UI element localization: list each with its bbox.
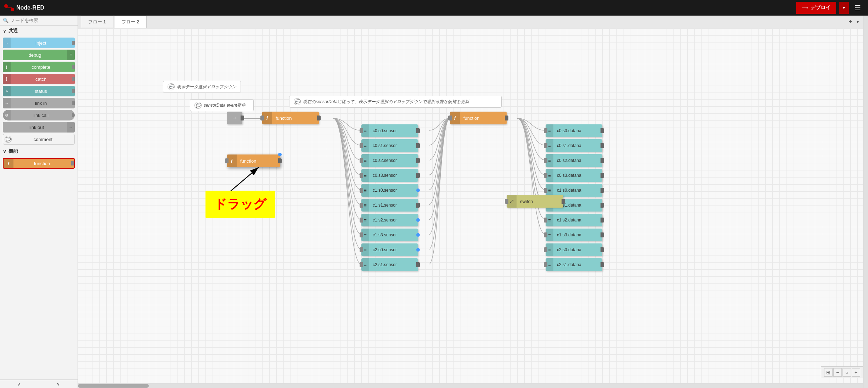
- sensor-c0s2[interactable]: ≡ c0.s2.sensor: [361, 154, 418, 167]
- sensor-c0s0-label: c0.s0.sensor: [369, 128, 418, 133]
- data-c1s3[interactable]: ≡ c1.s3.datana: [546, 229, 602, 241]
- data-c0s3-port-left: [544, 173, 547, 178]
- sidebar-item-function[interactable]: f function: [3, 158, 75, 169]
- data-c1s0-port-right: [601, 188, 604, 193]
- sensor-c2s0-port-left: [360, 247, 363, 252]
- linkout-port-left: [3, 125, 6, 129]
- function-sidebar-label: function: [13, 161, 71, 166]
- function2-label: function: [460, 116, 507, 121]
- data-c1s3-port-left: [544, 232, 547, 237]
- sidebar-item-status[interactable]: ≈ status: [3, 86, 75, 96]
- tool-zoom-in-button[interactable]: +: [852, 368, 860, 377]
- section-header-function[interactable]: ∨ 機能: [0, 146, 78, 157]
- tool-reset-button[interactable]: ○: [842, 368, 851, 377]
- sidebar: 🔍 ∨ 共通 → inject debug ≡ !: [0, 16, 78, 388]
- menu-button[interactable]: ☰: [852, 2, 864, 13]
- sensor-c1s1[interactable]: ≡ c1.s1.sensor: [361, 199, 418, 212]
- data-c2s1[interactable]: ≡ c2.s1.datana: [546, 258, 602, 271]
- switch-label: switch: [517, 199, 563, 204]
- linkout-icon: →: [67, 122, 75, 133]
- hamburger-icon: ☰: [855, 4, 861, 12]
- linkcall-port-right: [72, 113, 75, 117]
- catch-label: catch: [11, 77, 71, 82]
- status-port-right: [72, 89, 75, 93]
- tab-flow1[interactable]: フロー 1: [81, 16, 113, 28]
- sidebar-item-debug[interactable]: debug ≡: [3, 50, 75, 60]
- sidebar-item-linkout[interactable]: link out →: [3, 122, 75, 133]
- switch-node[interactable]: ⤢ switch: [507, 195, 563, 208]
- function-sidebar-port-right: [71, 161, 74, 165]
- sensor-c0s0-port-left: [360, 128, 363, 133]
- data-c0s1-label: c0.s1.datana: [553, 143, 602, 148]
- data-c0s3-port-right: [601, 173, 604, 178]
- data-c1s2-port-right: [601, 218, 604, 223]
- deploy-button[interactable]: ⟶ デプロイ: [796, 2, 836, 14]
- drag-annotation: ドラッグ: [205, 191, 275, 218]
- data-c0s3[interactable]: ≡ c0.s3.datana: [546, 169, 602, 182]
- trigger-node[interactable]: →: [227, 112, 242, 124]
- search-icon: 🔍: [3, 18, 9, 23]
- tab-dropdown-button[interactable]: ▾: [855, 19, 860, 24]
- switch-port-left: [505, 199, 508, 204]
- sidebar-item-inject[interactable]: → inject: [3, 38, 75, 48]
- main-container: 🔍 ∨ 共通 → inject debug ≡ !: [0, 16, 868, 388]
- search-input[interactable]: [11, 18, 75, 23]
- data-c0s1[interactable]: ≡ c0.s1.datana: [546, 139, 602, 152]
- sensor-c0s3[interactable]: ≡ c0.s3.sensor: [361, 169, 418, 182]
- section-header-common[interactable]: ∨ 共通: [0, 26, 78, 36]
- h-scrollbar-thumb[interactable]: [78, 384, 149, 388]
- tab-flow2[interactable]: フロー 2: [114, 16, 147, 28]
- canvas-area: フロー 1 フロー 2 + ▾: [78, 16, 863, 388]
- sidebar-scroll-up-button[interactable]: ∧: [0, 380, 39, 388]
- data-c0s2[interactable]: ≡ c0.s2.datana: [546, 154, 602, 167]
- tool-grid-button[interactable]: ⊞: [824, 368, 833, 377]
- sensor-c0s3-port-right: [416, 173, 420, 178]
- vertical-scrollbar[interactable]: [863, 16, 868, 388]
- sidebar-item-catch[interactable]: ! catch: [3, 74, 75, 84]
- complete-port-right: [72, 65, 75, 69]
- data-c0s0-port-left: [544, 128, 547, 133]
- sensor-c1s3-port-left: [360, 232, 363, 237]
- sidebar-scroll-down-button[interactable]: ∨: [39, 380, 78, 388]
- function-node-floating[interactable]: f function: [227, 154, 280, 167]
- sensor-c1s0[interactable]: ≡ c1.s0.sensor: [361, 184, 418, 197]
- sensor-c1s0-label: c1.s0.sensor: [369, 188, 418, 193]
- sensor-c0s1-port-left: [360, 143, 363, 148]
- sensor-c1s0-port-left: [360, 188, 363, 193]
- section-chevron-common: ∨: [3, 28, 6, 34]
- function2-port-right: [505, 116, 508, 120]
- status-label: status: [11, 89, 71, 94]
- data-c0s2-label: c0.s2.datana: [553, 158, 602, 163]
- sidebar-item-comment[interactable]: 💬 comment: [3, 134, 75, 145]
- function-node-1[interactable]: f function: [262, 112, 319, 124]
- deploy-dropdown-icon: ▼: [842, 5, 846, 10]
- sidebar-item-linkin[interactable]: → link in: [3, 98, 75, 108]
- data-c2s0[interactable]: ≡ c2.s0.datana: [546, 243, 602, 256]
- sensor-c2s0[interactable]: ≡ c2.s0.sensor: [361, 243, 418, 256]
- tab-add-button[interactable]: +: [846, 18, 855, 26]
- sensor-c0s0[interactable]: ≡ c0.s0.sensor: [361, 124, 418, 137]
- function1-port-left: [260, 116, 264, 120]
- sensor-c2s1[interactable]: ≡ c2.s1.sensor: [361, 258, 418, 271]
- tool-zoom-out-button[interactable]: −: [833, 368, 842, 377]
- header-right: ⟶ デプロイ ▼ ☰: [796, 2, 864, 14]
- sensor-c0s1[interactable]: ≡ c0.s1.sensor: [361, 139, 418, 152]
- sidebar-bottom-arrows: ∧ ∨: [0, 380, 78, 388]
- sensor-c1s2[interactable]: ≡ c1.s2.sensor: [361, 214, 418, 226]
- section-chevron-function: ∨: [3, 149, 6, 154]
- complete-label: complete: [11, 64, 71, 70]
- sensor-c0s1-port-right: [416, 143, 420, 148]
- function-node-2[interactable]: f function: [450, 112, 507, 124]
- sidebar-item-complete[interactable]: ! complete: [3, 62, 75, 72]
- sensor-c1s3[interactable]: ≡ c1.s3.sensor: [361, 229, 418, 241]
- deploy-dropdown-button[interactable]: ▼: [839, 2, 849, 14]
- comment-update-icon: 💬: [294, 98, 301, 105]
- app-title: Node-RED: [16, 5, 44, 11]
- data-c1s2[interactable]: ≡ c1.s2.datana: [546, 214, 602, 226]
- sidebar-item-linkcall[interactable]: ⚙ link call: [3, 110, 75, 120]
- function1-label: function: [272, 116, 319, 121]
- data-c0s0-port-right: [601, 128, 604, 133]
- horizontal-scrollbar[interactable]: [78, 383, 863, 388]
- data-c0s0[interactable]: ≡ c0.s0.datana: [546, 124, 602, 137]
- sidebar-nodes-common: → inject debug ≡ ! complete ! catch: [0, 36, 78, 146]
